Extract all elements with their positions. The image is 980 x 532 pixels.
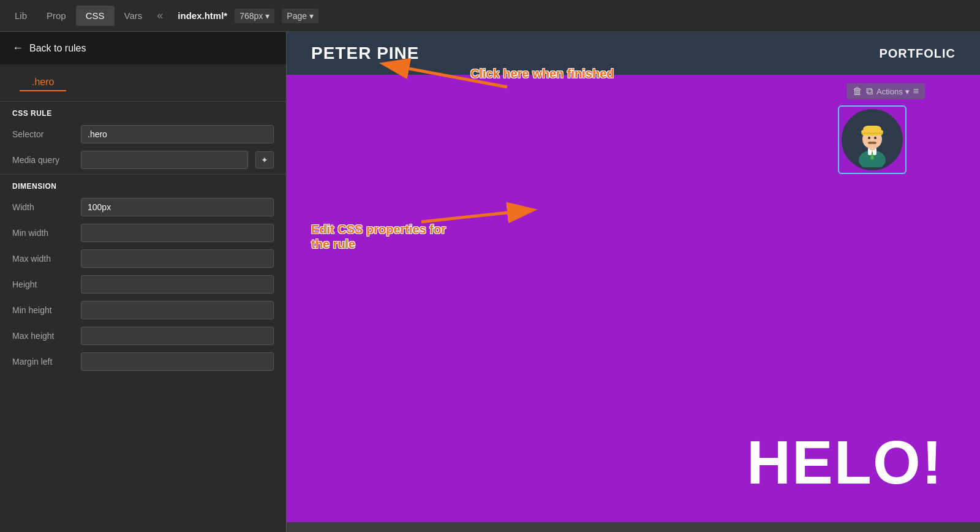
selector-row: Selector <box>0 121 286 147</box>
min-width-input[interactable] <box>81 224 274 242</box>
svg-point-7 <box>872 142 876 144</box>
file-name: index.html* <box>178 10 227 21</box>
svg-point-8 <box>868 137 870 139</box>
tab-css[interactable]: CSS <box>76 6 115 26</box>
trash-icon[interactable]: 🗑 <box>853 86 862 97</box>
min-width-row: Min width <box>0 220 286 246</box>
actions-dropdown[interactable]: Actions ▾ <box>876 87 910 96</box>
selector-input[interactable] <box>81 125 274 143</box>
actions-toolbar: 🗑 ⧉ Actions ▾ ≡ <box>846 83 925 99</box>
min-height-input[interactable] <box>81 301 274 319</box>
width-label: Width <box>12 202 74 212</box>
preview-area: PETER PINE PORTFOLIC 🗑 ⧉ Actions ▾ ≡ <box>287 32 980 532</box>
height-label: Height <box>12 279 74 289</box>
sidebar: ← Back to rules .hero CSS RULE Selector … <box>0 32 287 532</box>
viewport-selector[interactable]: 768px ▾ <box>235 9 274 23</box>
viewport-value: 768px <box>239 11 263 21</box>
tab-vars[interactable]: Vars <box>115 6 153 26</box>
website-nav: PETER PINE PORTFOLIC <box>287 32 980 75</box>
back-label: Back to rules <box>29 43 86 54</box>
min-height-row: Min height <box>0 297 286 323</box>
tab-lib[interactable]: Lib <box>5 6 37 26</box>
margin-left-input[interactable] <box>81 352 274 371</box>
css-rule-section-header: CSS RULE <box>0 103 286 121</box>
margin-left-label: Margin left <box>12 357 74 367</box>
media-query-row: Media query ✦ <box>0 147 286 173</box>
actions-label: Actions <box>876 87 903 96</box>
width-row: Width <box>0 194 286 220</box>
hero-avatar-container[interactable] <box>838 105 907 174</box>
tab-prop[interactable]: Prop <box>37 6 76 26</box>
max-height-input[interactable] <box>81 327 274 345</box>
min-width-label: Min width <box>12 228 74 238</box>
website-hero: 🗑 ⧉ Actions ▾ ≡ <box>287 75 980 522</box>
max-height-label: Max height <box>12 331 74 341</box>
height-input[interactable] <box>81 275 274 294</box>
selector-pill[interactable]: .hero <box>20 72 66 91</box>
max-width-input[interactable] <box>81 249 274 268</box>
page-value: Page <box>287 11 307 21</box>
max-width-label: Max width <box>12 254 74 264</box>
page-chevron-icon: ▾ <box>309 11 314 21</box>
wand-button[interactable]: ✦ <box>255 151 274 169</box>
preview-canvas: PETER PINE PORTFOLIC 🗑 ⧉ Actions ▾ ≡ <box>287 32 980 532</box>
media-query-input[interactable] <box>81 151 248 169</box>
max-width-row: Max width <box>0 246 286 272</box>
back-arrow-icon: ← <box>12 42 23 55</box>
back-to-rules-button[interactable]: ← Back to rules <box>0 32 286 64</box>
copy-icon[interactable]: ⧉ <box>866 86 873 97</box>
max-height-row: Max height <box>0 323 286 349</box>
svg-point-9 <box>874 137 876 139</box>
dimension-section-header: DIMENSION <box>0 176 286 194</box>
selector-label: Selector <box>12 129 74 139</box>
nav-title: PETER PINE <box>311 44 419 63</box>
media-query-label: Media query <box>12 155 74 165</box>
width-input[interactable] <box>81 198 274 216</box>
main-area: ← Back to rules .hero CSS RULE Selector … <box>0 32 980 532</box>
avatar <box>842 109 903 170</box>
collapse-button[interactable]: « <box>152 7 168 25</box>
viewport-chevron-icon: ▾ <box>265 11 270 21</box>
svg-rect-12 <box>863 126 881 133</box>
nav-portfolio: PORTFOLIC <box>879 47 956 61</box>
page-selector[interactable]: Page ▾ <box>282 9 318 23</box>
margin-left-row: Margin left <box>0 349 286 374</box>
tab-bar: Lib Prop CSS Vars « index.html* 768px ▾ … <box>0 0 980 32</box>
hamburger-icon[interactable]: ≡ <box>913 86 919 97</box>
min-height-label: Min height <box>12 305 74 315</box>
height-row: Height <box>0 272 286 297</box>
hero-helo-text: HELO! <box>747 427 943 498</box>
avatar-svg <box>845 112 900 167</box>
svg-rect-13 <box>861 132 883 134</box>
actions-chevron-icon: ▾ <box>905 87 910 96</box>
